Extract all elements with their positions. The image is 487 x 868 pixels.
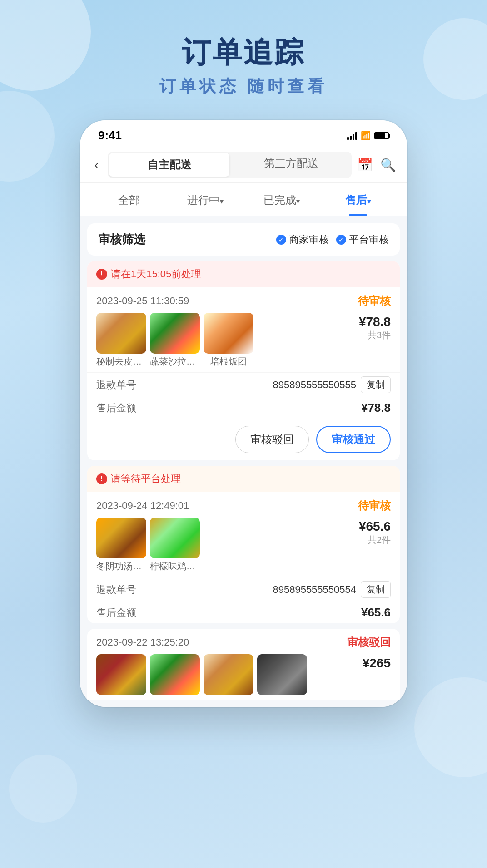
order-actions-1: 审核驳回 审核通过 <box>87 419 400 460</box>
chip-platform-review[interactable]: ✓ 平台审核 <box>336 233 389 247</box>
tab-completed[interactable]: 已完成▾ <box>244 183 320 216</box>
food-img-salad-2 <box>150 654 200 695</box>
after-sale-arrow: ▾ <box>367 197 371 205</box>
content-area: 审核筛选 ✓ 商家审核 ✓ 平台审核 ! 请在1天15:05前处理 2023-0… <box>80 216 407 707</box>
order-count-2: 共2件 <box>359 534 391 546</box>
bg-circle-5 <box>9 755 77 823</box>
alert-text-2: 请等待平台处理 <box>111 472 181 486</box>
refund-value-2: 895895555550554 复制 <box>273 581 391 598</box>
bg-circle-3 <box>0 91 55 182</box>
food-item-col-2: 蔬菜沙拉拼... <box>150 313 200 368</box>
food-img-shrimp-2 <box>204 654 253 695</box>
refund-label-1: 退款单号 <box>96 378 136 392</box>
after-sale-amount-1: ¥78.8 <box>361 401 391 415</box>
completed-arrow: ▾ <box>296 197 300 205</box>
tab-self-delivery[interactable]: 自主配送 <box>109 153 230 177</box>
nav-bar: ‹ 自主配送 第三方配送 📅 🔍 <box>80 147 407 183</box>
refund-label-2: 退款单号 <box>96 583 136 597</box>
sub-title: 订单状态 随时查看 <box>159 75 328 98</box>
order-status-3: 审核驳回 <box>347 635 391 650</box>
order-price-3: ¥265 <box>363 656 391 671</box>
food-img-shrimp <box>96 313 146 354</box>
order-card-1: ! 请在1天15:05前处理 2023-09-25 11:30:59 待审核 秘… <box>87 261 400 460</box>
order-items-2: 冬阴功汤河... 柠檬味鸡肉... <box>96 518 200 572</box>
food-item-col-8 <box>204 654 253 695</box>
food-img-dark <box>257 654 307 695</box>
food-img-chicken <box>150 518 200 558</box>
food-item-col-9 <box>257 654 307 695</box>
order-price-col-2: ¥65.6 共2件 <box>359 518 391 546</box>
food-item-col-6 <box>96 654 146 695</box>
alert-icon-2: ! <box>96 473 107 484</box>
food-label-chicken: 柠檬味鸡肉... <box>150 560 200 572</box>
alert-icon-1: ! <box>96 269 107 280</box>
phone-mockup: 9:41 📶 ‹ 自主配送 第三方配送 📅 🔍 全部 <box>80 120 407 707</box>
bg-circle-1 <box>0 0 91 91</box>
chip-platform-label: 平台审核 <box>349 233 389 247</box>
chip-merchant-review[interactable]: ✓ 商家审核 <box>276 233 329 247</box>
header-section: 订单追踪 订单状态 随时查看 <box>159 36 328 98</box>
bg-circle-2 <box>423 18 487 100</box>
filter-chips-label: 审核筛选 <box>98 232 145 247</box>
after-sale-row-1: 售后金额 ¥78.8 <box>87 397 400 419</box>
food-item-col-1: 秘制去皮虾... <box>96 313 146 368</box>
alert-text-1: 请在1天15:05前处理 <box>111 267 201 281</box>
food-img-salad <box>150 313 200 354</box>
status-time: 9:41 <box>98 128 122 143</box>
search-icon[interactable]: 🔍 <box>380 158 396 173</box>
filter-chips: 审核筛选 ✓ 商家审核 ✓ 平台审核 <box>87 223 400 256</box>
battery-icon <box>374 132 389 139</box>
after-sale-label-2: 售后金额 <box>96 606 136 620</box>
in-progress-arrow: ▾ <box>220 197 224 205</box>
order-date-3: 2023-09-22 13:25:20 <box>96 636 189 648</box>
status-icons: 📶 <box>347 131 389 141</box>
food-label-shrimp: 秘制去皮虾... <box>96 355 146 368</box>
chip-merchant-label: 商家审核 <box>289 233 329 247</box>
alert-banner-1: ! 请在1天15:05前处理 <box>87 261 400 287</box>
tab-third-delivery[interactable]: 第三方配送 <box>231 152 352 178</box>
order-date-2: 2023-09-24 12:49:01 <box>96 500 189 512</box>
order-header-2: 2023-09-24 12:49:01 待审核 <box>87 492 400 518</box>
calendar-icon[interactable]: 📅 <box>357 158 373 173</box>
order-date-1: 2023-09-25 11:30:59 <box>96 295 189 307</box>
order-items-1: 秘制去皮虾... 蔬菜沙拉拼... 培根饭团 <box>96 313 253 368</box>
food-img-soup <box>96 518 146 558</box>
food-img-steak <box>96 654 146 695</box>
copy-btn-1[interactable]: 复制 <box>361 376 391 393</box>
refund-value-1: 895895555550555 复制 <box>273 376 391 393</box>
chip-check-icon: ✓ <box>276 235 286 245</box>
chips-group: ✓ 商家审核 ✓ 平台审核 <box>276 233 389 247</box>
food-item-col-4: 冬阴功汤河... <box>96 518 146 572</box>
refund-no-2: 895895555550554 <box>273 584 356 596</box>
after-sale-amount-2: ¥65.6 <box>361 606 391 620</box>
after-sale-label-1: 售后金额 <box>96 401 136 415</box>
order-card-2: ! 请等待平台处理 2023-09-24 12:49:01 待审核 冬阴功汤河.… <box>87 466 400 623</box>
order-price-col-3: ¥265 <box>363 654 391 671</box>
food-item-col-3: 培根饭团 <box>204 313 253 368</box>
back-button[interactable]: ‹ <box>91 156 102 174</box>
refund-row-1: 退款单号 895895555550555 复制 <box>87 372 400 397</box>
signal-icon <box>347 132 357 140</box>
order-price-col-1: ¥78.8 共3件 <box>359 313 391 341</box>
order-price-1: ¥78.8 <box>359 315 391 329</box>
copy-btn-2[interactable]: 复制 <box>361 581 391 598</box>
food-item-col-5: 柠檬味鸡肉... <box>150 518 200 572</box>
order-price-2: ¥65.6 <box>359 519 391 534</box>
order-status-1: 待审核 <box>358 294 391 308</box>
refund-no-1: 895895555550555 <box>273 379 356 391</box>
food-label-salad: 蔬菜沙拉拼... <box>150 355 200 368</box>
reject-btn-1[interactable]: 审核驳回 <box>235 426 309 453</box>
bg-circle-4 <box>414 677 487 777</box>
nav-icons: 📅 🔍 <box>357 158 396 173</box>
approve-btn-1[interactable]: 审核通过 <box>316 426 391 453</box>
delivery-tab-segment: 自主配送 第三方配送 <box>108 152 352 178</box>
tab-in-progress[interactable]: 进行中▾ <box>167 183 244 216</box>
refund-row-2: 退款单号 895895555550554 复制 <box>87 577 400 602</box>
food-label-sushi: 培根饭团 <box>210 355 247 368</box>
order-card-3: 2023-09-22 13:25:20 审核驳回 <box>87 629 400 700</box>
order-items-3 <box>96 654 307 695</box>
status-bar: 9:41 📶 <box>80 120 407 147</box>
tab-all[interactable]: 全部 <box>91 183 167 216</box>
tab-after-sale[interactable]: 售后▾ <box>320 183 396 216</box>
order-header-3: 2023-09-22 13:25:20 审核驳回 <box>87 629 400 654</box>
